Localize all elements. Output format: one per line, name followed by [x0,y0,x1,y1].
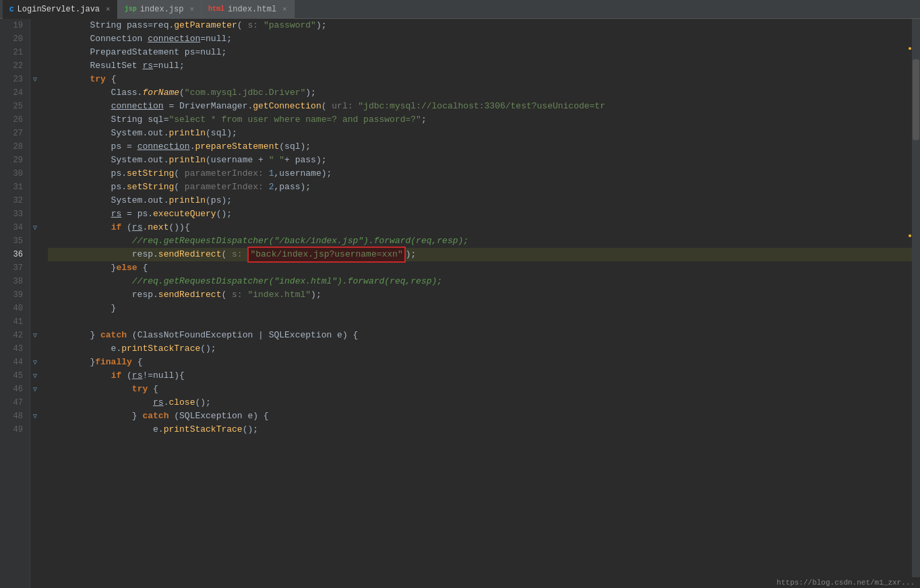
gutter-icon-27 [30,127,40,140]
gutter-icon-33 [30,207,40,221]
line-num-49: 49 [0,423,26,436]
code-line-26: String sql="select * from user where nam… [48,113,920,127]
warning-stripe-1 [909,47,911,50]
line-num-46: 46 [0,383,26,396]
line-num-43: 43 [0,342,26,356]
gutter-icon-45: ▽ [30,369,40,383]
line-num-22: 22 [0,59,26,73]
gutter-icon-37 [30,261,40,275]
code-line-45: if (rs!=null){ [48,369,920,383]
gutter-icon-30 [30,167,40,181]
code-area[interactable]: String pass=req.getParameter( s: "passwo… [42,19,920,588]
gutter-icon-26 [30,113,40,127]
code-line-25: connection = DriverManager.getConnection… [48,100,920,113]
tab-loginservlet-java[interactable]: C LoginServlet.java × [3,0,118,19]
line-num-23: 23 [0,73,26,86]
gutter-icon-22 [30,59,40,73]
gutter-icon-43 [30,342,40,356]
code-line-20: Connection connection=null; [48,32,920,46]
gutter: 19 20 21 22 23 24 25 26 27 28 29 30 31 3… [0,19,30,588]
code-line-48: } catch (SQLException e) { [48,410,920,423]
tab-html-close[interactable]: × [282,5,287,13]
tab-jsp-close[interactable]: × [189,5,194,13]
gutter-icon-31 [30,181,40,194]
gutter-icon-36 [30,248,40,261]
line-num-30: 30 [0,167,26,181]
gutter-icon-25 [30,100,40,113]
code-line-29: System.out.println(username + " "+ pass)… [48,154,920,167]
gutter-icon-46: ▽ [30,383,40,396]
gutter-icon-23: ▽ [30,73,40,86]
line-num-20: 20 [0,32,26,46]
code-line-36: resp.sendRedirect( s: "back/index.jsp?us… [48,248,920,261]
tab-java-close[interactable]: × [106,5,111,13]
line-num-31: 31 [0,181,26,194]
gutter-icon-41 [30,315,40,329]
code-line-47: rs.close(); [48,396,920,410]
gutter-icon-32 [30,194,40,207]
vertical-scrollbar[interactable] [912,19,920,588]
gutter-icon-47 [30,396,40,410]
code-line-34: if (rs.next()){ [48,221,920,234]
tab-html-icon: html [208,5,224,13]
line-num-45: 45 [0,369,26,383]
gutter-icon-34: ▽ [30,221,40,234]
line-num-41: 41 [0,315,26,329]
scrollbar-thumb[interactable] [913,59,919,140]
gutter-icons: ▽ ▽ ▽ ▽ ▽ ▽ ▽ [30,19,42,588]
line-num-35: 35 [0,234,26,248]
code-line-46: try { [48,383,920,396]
status-url: https://blog.csdn.net/m1_zxr... [776,579,915,587]
line-numbers: 19 20 21 22 23 24 25 26 27 28 29 30 31 3… [0,19,30,436]
tab-index-jsp[interactable]: jsp index.jsp × [118,0,202,19]
tab-java-icon: C [9,5,14,13]
gutter-icon-35 [30,234,40,248]
code-line-33: rs = ps.executeQuery(); [48,207,920,221]
line-num-32: 32 [0,194,26,207]
code-line-24: Class.forName("com.mysql.jdbc.Driver"); [48,86,920,100]
code-line-32: System.out.println(ps); [48,194,920,207]
line-num-26: 26 [0,113,26,127]
gutter-icon-19 [30,19,40,32]
code-line-40: } [48,302,920,315]
gutter-icon-48: ▽ [30,410,40,423]
code-line-31: ps.setString( parameterIndex: 2,pass); [48,181,920,194]
line-num-37: 37 [0,261,26,275]
code-line-19: String pass=req.getParameter( s: "passwo… [48,19,920,32]
tab-html-label: index.html [228,5,276,14]
gutter-icon-49 [30,423,40,436]
line-num-42: 42 [0,329,26,342]
tab-bar: C LoginServlet.java × jsp index.jsp × ht… [0,0,920,19]
code-line-28: ps = connection.prepareStatement(sql); [48,140,920,154]
code-line-22: ResultSet rs=null; [48,59,920,73]
line-num-36: 36 [0,248,26,261]
code-line-30: ps.setString( parameterIndex: 1,username… [48,167,920,181]
line-num-29: 29 [0,154,26,167]
gutter-icon-28 [30,140,40,154]
gutter-icon-44: ▽ [30,356,40,369]
tab-jsp-label: index.jsp [140,5,184,14]
line-num-33: 33 [0,207,26,221]
gutter-icon-42: ▽ [30,329,40,342]
line-num-25: 25 [0,100,26,113]
line-num-27: 27 [0,127,26,140]
line-num-44: 44 [0,356,26,369]
line-num-48: 48 [0,410,26,423]
code-line-39: resp.sendRedirect( s: "index.html"); [48,288,920,302]
code-line-38: //req.getRequestDispatcher("index.html")… [48,275,920,288]
gutter-icon-29 [30,154,40,167]
line-num-40: 40 [0,302,26,315]
warning-stripe-2 [909,234,911,237]
line-num-47: 47 [0,396,26,410]
gutter-icon-21 [30,46,40,59]
gutter-icon-40 [30,302,40,315]
line-num-34: 34 [0,221,26,234]
code-line-35: //req.getRequestDispatcher("/back/index.… [48,234,920,248]
code-lines: String pass=req.getParameter( s: "passwo… [42,19,920,436]
tab-index-html[interactable]: html index.html × [202,0,295,19]
code-line-49: e.printStackTrace(); [48,423,920,436]
code-line-21: PreparedStatement ps=null; [48,46,920,59]
code-line-42: } catch (ClassNotFoundException | SQLExc… [48,329,920,342]
line-num-24: 24 [0,86,26,100]
gutter-icon-38 [30,275,40,288]
